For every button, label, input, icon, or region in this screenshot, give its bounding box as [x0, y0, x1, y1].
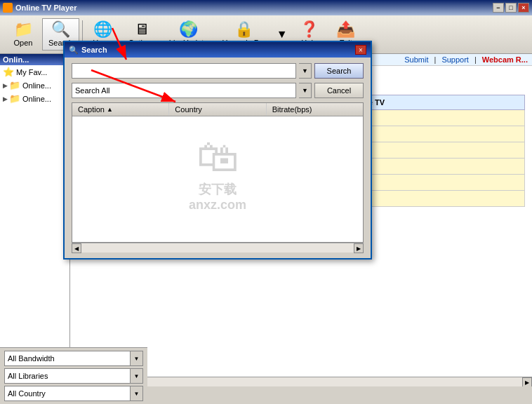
col-bitrate-label: Bitrate(bps): [272, 105, 312, 114]
search-dialog: 🔍 Search × ▼ Search Search All ▼ Cancel: [63, 41, 372, 260]
dialog-overlay: 🔍 Search × ▼ Search Search All ▼ Cancel: [0, 0, 532, 404]
dialog-close-button[interactable]: ×: [355, 45, 366, 55]
col-bitrate[interactable]: Bitrate(bps): [267, 103, 363, 116]
search-input-row: ▼ Search: [72, 63, 364, 79]
results-grid: Caption ▲ Country Bitrate(bps) 🛍 安下载anxz…: [72, 102, 364, 243]
dialog-body: ▼ Search Search All ▼ Cancel Caption ▲: [65, 58, 371, 258]
dialog-title-text: Search: [81, 46, 107, 54]
search-category-row: Search All ▼ Cancel: [72, 83, 364, 98]
search-category-select[interactable]: Search All: [72, 83, 296, 98]
search-text-input[interactable]: [72, 63, 296, 79]
dialog-title-left: 🔍 Search: [69, 46, 107, 55]
grid-scroll-right[interactable]: ▶: [354, 243, 364, 253]
col-caption[interactable]: Caption ▲: [72, 103, 169, 116]
dialog-title-icon: 🔍: [69, 46, 79, 55]
cancel-button[interactable]: Cancel: [314, 83, 364, 98]
search-category-arrow[interactable]: ▼: [299, 83, 312, 98]
grid-scroll-left[interactable]: ◀: [72, 243, 81, 253]
sort-indicator: ▲: [107, 106, 113, 113]
grid-header: Caption ▲ Country Bitrate(bps): [72, 103, 363, 116]
search-input-arrow[interactable]: ▼: [299, 63, 312, 79]
watermark-text: 安下载anxz.com: [189, 181, 246, 213]
watermark-icon: 🛍: [189, 133, 246, 181]
col-country-label: Country: [175, 105, 202, 114]
grid-scroll-track[interactable]: [81, 243, 354, 252]
col-caption-label: Caption: [78, 105, 105, 114]
dialog-grid-scrollbar[interactable]: ◀ ▶: [72, 243, 364, 252]
col-country[interactable]: Country: [169, 103, 266, 116]
search-execute-button[interactable]: Search: [314, 63, 364, 79]
dialog-title-bar: 🔍 Search ×: [65, 42, 371, 58]
watermark: 🛍 安下载anxz.com: [189, 133, 246, 213]
